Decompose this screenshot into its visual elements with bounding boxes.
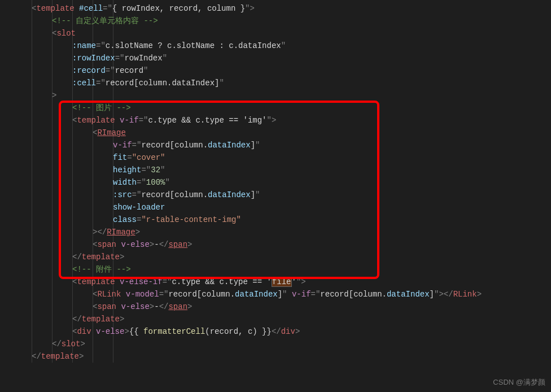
code-line[interactable]: width="100%" bbox=[0, 176, 551, 189]
code-line[interactable]: show-loader bbox=[0, 201, 551, 214]
code-editor[interactable]: <template #cell="{ rowIndex, record, col… bbox=[0, 0, 551, 363]
code-line[interactable]: > bbox=[0, 89, 551, 102]
code-line[interactable]: <template #cell="{ rowIndex, record, col… bbox=[0, 2, 551, 15]
code-line[interactable]: <div v-else>{{ formatterCell(record, c) … bbox=[0, 325, 551, 338]
watermark: CSDN @满梦颜 bbox=[493, 376, 545, 389]
code-line[interactable]: <template v-if="c.type && c.type == 'img… bbox=[0, 114, 551, 127]
code-line[interactable]: <span v-else>-</span> bbox=[0, 300, 551, 313]
code-line[interactable]: <RLink v-model="record[column.dataIndex]… bbox=[0, 288, 551, 300]
code-line[interactable]: </template> bbox=[0, 251, 551, 263]
code-line[interactable]: <slot bbox=[0, 27, 551, 40]
code-line[interactable]: fit="cover" bbox=[0, 151, 551, 164]
code-container: <template #cell="{ rowIndex, record, col… bbox=[0, 2, 551, 363]
code-line[interactable]: <RImage bbox=[0, 127, 551, 139]
code-line[interactable]: <!-- 自定义单元格内容 --> bbox=[0, 15, 551, 27]
code-line[interactable]: v-if="record[column.dataIndex]" bbox=[0, 139, 551, 151]
code-line[interactable]: :name="c.slotName ? c.slotName : c.dataI… bbox=[0, 40, 551, 52]
code-line[interactable]: height="32" bbox=[0, 164, 551, 176]
code-line[interactable]: </template> bbox=[0, 313, 551, 325]
code-line[interactable]: </slot> bbox=[0, 338, 551, 350]
code-line[interactable]: <!-- 附件 --> bbox=[0, 263, 551, 276]
code-line[interactable]: :cell="record[column.dataIndex]" bbox=[0, 77, 551, 89]
code-line[interactable]: class="r-table-content-img" bbox=[0, 214, 551, 226]
code-line[interactable]: </template> bbox=[0, 350, 551, 363]
code-line[interactable]: :rowIndex="rowIndex" bbox=[0, 52, 551, 64]
code-line[interactable]: :record="record" bbox=[0, 64, 551, 77]
code-line[interactable]: <template v-else-if="c.type && c.type ==… bbox=[0, 276, 551, 288]
code-line[interactable]: :src="record[column.dataIndex]" bbox=[0, 189, 551, 201]
code-line[interactable]: <span v-else>-</span> bbox=[0, 238, 551, 251]
code-line[interactable]: ></RImage> bbox=[0, 226, 551, 238]
code-line[interactable]: <!-- 图片 --> bbox=[0, 102, 551, 114]
